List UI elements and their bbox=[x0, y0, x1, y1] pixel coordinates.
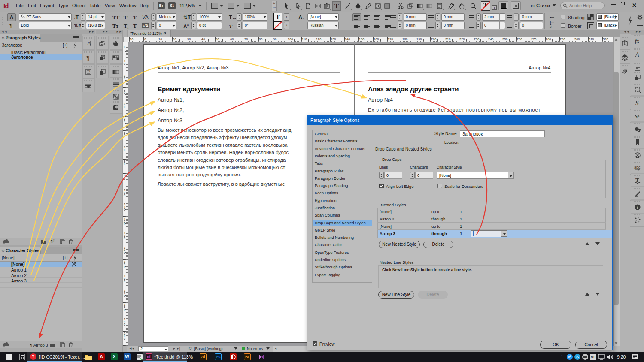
svg-text:abc: abc bbox=[634, 165, 641, 169]
svg-text:i: i bbox=[637, 205, 638, 210]
svg-text:A: A bbox=[87, 40, 91, 47]
svg-text:S: S bbox=[635, 100, 639, 106]
svg-text:A: A bbox=[635, 51, 639, 58]
svg-text:T: T bbox=[89, 69, 91, 72]
svg-text:a: a bbox=[638, 114, 639, 117]
svg-text:¶: ¶ bbox=[86, 54, 90, 61]
svg-text:fx: fx bbox=[635, 38, 639, 44]
svg-text:T: T bbox=[334, 3, 339, 9]
